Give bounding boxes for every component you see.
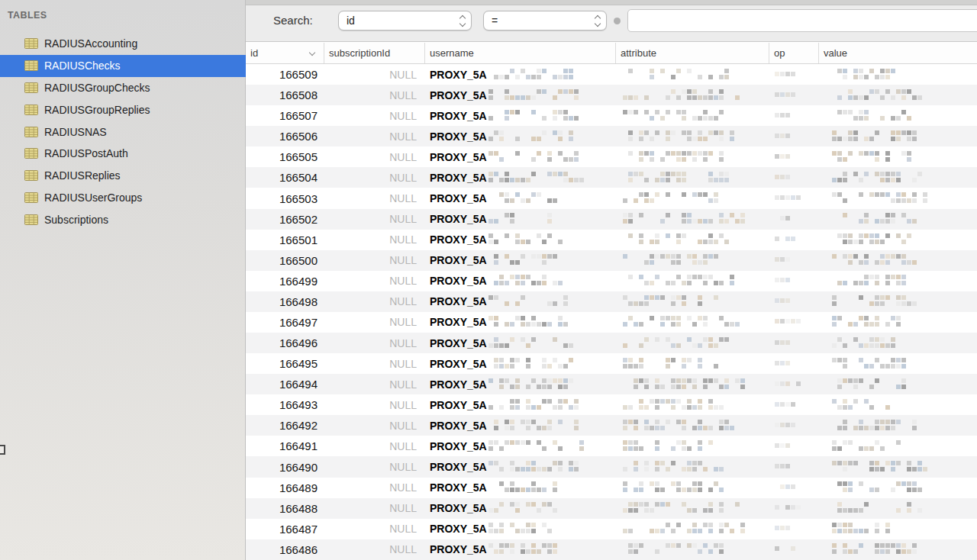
table-row[interactable]: 166491NULLPROXY_5A	[246, 436, 977, 456]
cell-value	[818, 374, 977, 394]
cell-attribute	[615, 209, 769, 230]
redacted-content	[775, 361, 791, 367]
table-row[interactable]: 166489NULLPROXY_5A	[246, 478, 977, 498]
cell-id: 166496	[246, 333, 324, 353]
redacted-content	[488, 130, 579, 143]
cell-value	[818, 126, 977, 146]
sidebar-item-radiusgroupreplies[interactable]: RADIUSGroupReplies	[0, 98, 246, 121]
column-header-username[interactable]: username	[424, 43, 615, 63]
sidebar-item-radiuspostauth[interactable]: RADIUSPostAuth	[0, 143, 246, 165]
table-header: id subscriptionId username attribute op …	[246, 43, 977, 64]
redacted-content	[623, 378, 746, 391]
redacted-content	[832, 295, 917, 307]
cell-op	[769, 64, 818, 85]
sidebar-item-label: RADIUSReplies	[44, 169, 121, 182]
cell-id: 166498	[246, 291, 324, 312]
cell-id: 166497	[246, 312, 324, 333]
table-row[interactable]: 166508NULLPROXY_5A	[246, 85, 977, 105]
table-row[interactable]: 166487NULLPROXY_5A	[246, 519, 977, 539]
table-row[interactable]: 166502NULLPROXY_5A	[246, 209, 977, 230]
table-row[interactable]: 166509NULLPROXY_5A	[246, 64, 977, 85]
redacted-content	[775, 298, 791, 304]
sidebar-item-radiuschecks[interactable]: RADIUSChecks	[0, 55, 246, 77]
cell-subscriptionid: NULL	[324, 415, 424, 436]
redacted-content	[623, 275, 735, 287]
cell-username: PROXY_5A	[424, 333, 615, 353]
column-header-subscriptionid[interactable]: subscriptionId	[324, 43, 424, 63]
column-header-op[interactable]: op	[769, 43, 818, 63]
cell-op	[769, 374, 818, 394]
table-row[interactable]: 166496NULLPROXY_5A	[246, 333, 977, 353]
cell-id: 166508	[246, 85, 324, 105]
cell-id: 166488	[246, 498, 324, 519]
column-header-attribute[interactable]: attribute	[615, 43, 769, 63]
cell-attribute	[615, 436, 769, 456]
username-prefix: PROXY_5A	[430, 172, 487, 184]
cell-attribute	[615, 64, 769, 85]
table-row[interactable]: 166492NULLPROXY_5A	[246, 415, 977, 436]
username-prefix: PROXY_5A	[430, 69, 487, 81]
table-row[interactable]: 166503NULLPROXY_5A	[246, 188, 977, 208]
cell-op	[769, 539, 818, 560]
cell-id: 166492	[246, 415, 324, 436]
table-row[interactable]: 166488NULLPROXY_5A	[246, 498, 977, 519]
sidebar-item-label: RADIUSChecks	[44, 60, 121, 72]
sidebar-item-radiususergroups[interactable]: RADIUSUserGroups	[0, 187, 246, 209]
table-row[interactable]: 166497NULLPROXY_5A	[246, 312, 977, 333]
redacted-content	[775, 340, 791, 346]
sidebar-item-radiusnas[interactable]: RADIUSNAS	[0, 121, 246, 143]
redacted-content	[623, 523, 746, 535]
table-row[interactable]: 166495NULLPROXY_5A	[246, 353, 977, 374]
cell-id: 166500	[246, 250, 324, 271]
table-row[interactable]: 166504NULLPROXY_5A	[246, 167, 977, 188]
table-row[interactable]: 166499NULLPROXY_5A	[246, 271, 977, 291]
table-row[interactable]: 166493NULLPROXY_5A	[246, 394, 977, 415]
cell-value	[818, 271, 977, 291]
redacted-content	[488, 316, 569, 328]
redacted-content	[488, 378, 574, 391]
sidebar-item-label: RADIUSNAS	[44, 126, 107, 138]
redacted-content	[623, 440, 714, 452]
redacted-content	[775, 92, 796, 98]
redacted-content	[623, 461, 724, 473]
table-row[interactable]: 166494NULLPROXY_5A	[246, 374, 977, 394]
cell-username: PROXY_5A	[424, 146, 615, 167]
cell-username: PROXY_5A	[424, 188, 615, 208]
cell-id: 166504	[246, 167, 324, 188]
table-row[interactable]: 166498NULLPROXY_5A	[246, 291, 977, 312]
redacted-content	[623, 399, 724, 411]
sidebar-item-radiusaccounting[interactable]: RADIUSAccounting	[0, 33, 246, 55]
table-row[interactable]: 166506NULLPROXY_5A	[246, 126, 977, 146]
cell-id: 166509	[246, 64, 324, 85]
sidebar-item-label: RADIUSGroupReplies	[44, 104, 150, 116]
table-row[interactable]: 166500NULLPROXY_5A	[246, 250, 977, 271]
redacted-content	[488, 420, 579, 432]
cell-subscriptionid: NULL	[324, 519, 424, 539]
cell-attribute	[615, 353, 769, 374]
cell-op	[769, 436, 818, 456]
redacted-content	[623, 295, 719, 307]
cell-op	[769, 146, 818, 167]
table-row[interactable]: 166507NULLPROXY_5A	[246, 105, 977, 126]
column-header-value[interactable]: value	[818, 43, 977, 63]
table-row[interactable]: 166505NULLPROXY_5A	[246, 146, 977, 167]
sidebar-item-subscriptions[interactable]: Subscriptions	[0, 208, 246, 230]
redacted-content	[832, 89, 923, 101]
table-row[interactable]: 166490NULLPROXY_5A	[246, 456, 977, 477]
table-row[interactable]: 166486NULLPROXY_5A	[246, 539, 977, 560]
cell-value	[818, 456, 977, 477]
sidebar-item-radiusreplies[interactable]: RADIUSReplies	[0, 165, 246, 187]
table-row[interactable]: 166501NULLPROXY_5A	[246, 230, 977, 250]
cell-op	[769, 291, 818, 312]
search-input[interactable]	[627, 9, 977, 32]
search-field-value: id	[347, 14, 456, 27]
search-operator-select[interactable]: =	[483, 11, 607, 31]
sidebar-item-radiusgroupchecks[interactable]: RADIUSGroupChecks	[0, 77, 246, 99]
table-icon	[24, 60, 38, 71]
username-prefix: PROXY_5A	[430, 337, 487, 349]
cell-id: 166486	[246, 539, 324, 560]
search-field-select[interactable]: id	[338, 11, 472, 31]
sidebar-item-label: RADIUSGroupChecks	[44, 82, 150, 94]
redacted-content	[488, 254, 563, 266]
column-header-id[interactable]: id	[246, 43, 324, 63]
